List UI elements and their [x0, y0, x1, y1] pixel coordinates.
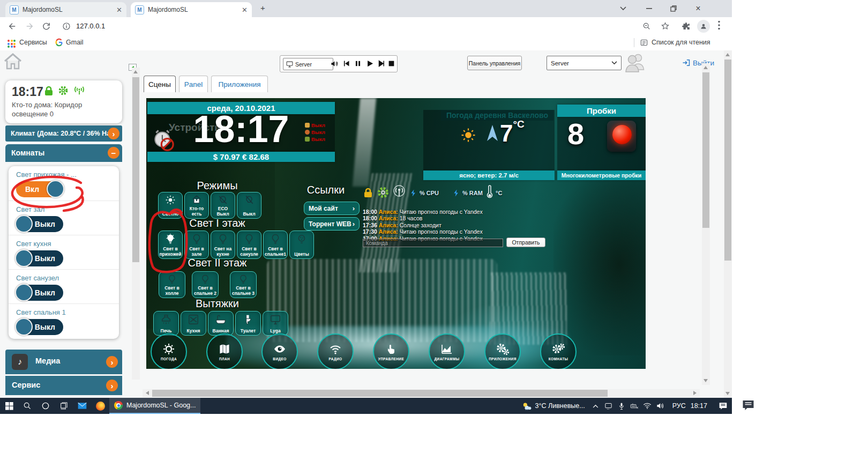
- link-torrent-web[interactable]: Торрент WEB›: [304, 217, 360, 231]
- window-minimize-icon[interactable]: [640, 2, 658, 15]
- hood-lyga-tile[interactable]: Lyga: [263, 311, 288, 336]
- sidebar-section-service[interactable]: Сервис ›: [5, 376, 122, 395]
- hood-bath-tile[interactable]: Ванная: [208, 311, 234, 336]
- kebab-menu-icon[interactable]: [718, 20, 720, 30]
- nav-applications[interactable]: ПРИЛОЖЕНИЯ: [484, 333, 521, 369]
- reading-list-label[interactable]: Список для чтения: [652, 39, 710, 46]
- toggle-knob[interactable]: [15, 318, 33, 336]
- sidebar-section-rooms[interactable]: Комнаты −: [5, 144, 122, 162]
- cortana-icon[interactable]: [36, 398, 55, 414]
- chevron-right-icon[interactable]: ›: [106, 356, 118, 368]
- light-bedroom1-tile[interactable]: Свет в спальне1: [263, 231, 288, 259]
- mode-light-button[interactable]: Светло: [158, 192, 183, 219]
- taskbar-language[interactable]: РУС: [672, 402, 686, 410]
- light-bedroom2-tile[interactable]: Свет в спальне 2: [192, 271, 219, 298]
- tab-close-icon[interactable]: ✕: [116, 6, 122, 14]
- tray-keyboard-icon[interactable]: [628, 398, 641, 414]
- window-restore-icon[interactable]: [664, 2, 683, 15]
- zoom-icon[interactable]: [642, 22, 651, 31]
- nav-video[interactable]: ВИДЕО: [261, 333, 298, 369]
- sidebar-item-climate[interactable]: Климат (Дома: 20.8ºC / 36% На .. ›: [5, 125, 122, 142]
- chevron-right-icon[interactable]: ›: [106, 380, 118, 391]
- frame-scrollbar[interactable]: [702, 63, 710, 385]
- bookmark-gmail[interactable]: Gmail: [66, 39, 84, 46]
- tray-wifi-icon[interactable]: [641, 398, 654, 414]
- scrollbar-thumb[interactable]: [132, 77, 139, 262]
- stop-icon[interactable]: [388, 60, 395, 67]
- play-icon[interactable]: [366, 60, 374, 68]
- horizontal-scrollbar[interactable]: [143, 389, 700, 397]
- action-center-icon[interactable]: [714, 398, 732, 414]
- site-info-icon[interactable]: [62, 22, 71, 31]
- reload-icon[interactable]: [42, 21, 51, 31]
- nav-plan[interactable]: ПЛАН: [206, 333, 243, 369]
- tab-apps[interactable]: Приложения: [211, 76, 268, 92]
- mode-eco-off-button[interactable]: ECO Выкл: [211, 192, 235, 219]
- start-button-icon[interactable]: [0, 398, 18, 414]
- chevron-right-icon[interactable]: ›: [108, 128, 119, 139]
- tray-chevron-up-icon[interactable]: [589, 398, 602, 414]
- sidebar-section-media[interactable]: ♪ Медиа ›: [5, 350, 122, 374]
- pause-icon[interactable]: [354, 60, 362, 68]
- mode-somebody-home-button[interactable]: Кто-то есть: [184, 192, 209, 219]
- profile-avatar-icon[interactable]: [697, 20, 710, 33]
- light-hall-toggle[interactable]: Выкл: [16, 216, 63, 232]
- tab-close-icon[interactable]: ✕: [242, 6, 248, 14]
- bookmark-star-icon[interactable]: [661, 21, 670, 31]
- toggle-knob[interactable]: [15, 284, 33, 301]
- send-command-button[interactable]: Отправить: [506, 238, 545, 247]
- scrollbar-thumb[interactable]: [152, 390, 608, 397]
- collapse-minus-icon[interactable]: −: [108, 147, 119, 159]
- apps-grid-icon[interactable]: [8, 40, 16, 48]
- toggle-knob[interactable]: [15, 249, 33, 267]
- address-bar[interactable]: 127.0.0.1: [76, 22, 105, 30]
- scrollbar-thumb[interactable]: [724, 60, 731, 261]
- nav-weather[interactable]: ПОГОДА: [151, 333, 187, 369]
- tray-microphone-icon[interactable]: [615, 398, 628, 414]
- hood-kitchen-tile[interactable]: Кухня: [181, 311, 206, 336]
- window-menu-chevron-icon[interactable]: [614, 2, 632, 15]
- light-bedroom1-toggle[interactable]: Выкл: [16, 319, 63, 335]
- new-tab-button[interactable]: +: [260, 3, 265, 12]
- sidebar-scrollbar[interactable]: [132, 68, 140, 380]
- nav-rooms[interactable]: КОМНАТЫ: [540, 333, 577, 369]
- link-my-site[interactable]: Мой сайт›: [304, 202, 360, 215]
- browser-tab-2[interactable]: M MajordomoSL ✕: [131, 2, 252, 17]
- taskbar-weather-icon[interactable]: [520, 398, 534, 414]
- light-hall2-tile[interactable]: Свет в холле: [159, 271, 185, 298]
- bookmark-services[interactable]: Сервисы: [19, 39, 47, 46]
- light-bathroom-toggle[interactable]: Выкл: [16, 285, 63, 301]
- nav-control[interactable]: УПРАВЛЕНИЕ: [373, 333, 409, 369]
- light-kitchen-tile[interactable]: Свет на кухне: [211, 231, 235, 259]
- user-avatar-icon[interactable]: [624, 53, 646, 73]
- taskbar-active-app[interactable]: MajordomoSL - Goog...: [109, 398, 200, 414]
- extensions-puzzle-icon[interactable]: [682, 21, 691, 31]
- flowers-tile[interactable]: Цветы: [289, 231, 314, 259]
- back-icon[interactable]: [8, 21, 17, 31]
- scroll-up-arrow[interactable]: [133, 70, 138, 73]
- tray-volume-icon[interactable]: [654, 398, 668, 414]
- server-indicator[interactable]: Server: [283, 58, 333, 70]
- command-input[interactable]: [363, 239, 503, 247]
- hood-stove-tile[interactable]: Печь: [153, 311, 179, 336]
- scroll-down-arrow[interactable]: [704, 379, 708, 382]
- toggle-knob[interactable]: [47, 180, 64, 198]
- tray-cast-icon[interactable]: [602, 398, 615, 414]
- light-bathroom-tile[interactable]: Свет в санузле: [237, 231, 261, 259]
- light-bedroom3-tile[interactable]: Свет в спальне 3: [230, 271, 257, 298]
- firefox-icon[interactable]: [91, 398, 109, 414]
- volume-icon[interactable]: [330, 60, 339, 68]
- nav-charts[interactable]: ДИАГРАММЫ: [429, 333, 465, 369]
- browser-scrollbar[interactable]: [724, 50, 732, 398]
- task-view-icon[interactable]: [55, 398, 73, 414]
- scroll-left-arrow[interactable]: [146, 391, 149, 395]
- hood-toilet-tile[interactable]: Туалет: [235, 311, 261, 336]
- mode-off-button[interactable]: Выкл: [237, 192, 261, 219]
- tab-scenes[interactable]: Сцены: [144, 76, 176, 92]
- taskbar-search-icon[interactable]: [18, 398, 36, 414]
- nav-radio[interactable]: РАДИО: [317, 333, 354, 369]
- light-hall-tile[interactable]: Свет в зале: [184, 231, 209, 259]
- server-select[interactable]: Server: [547, 56, 622, 70]
- forward-icon[interactable]: [25, 21, 34, 31]
- reading-list-icon[interactable]: [640, 39, 648, 47]
